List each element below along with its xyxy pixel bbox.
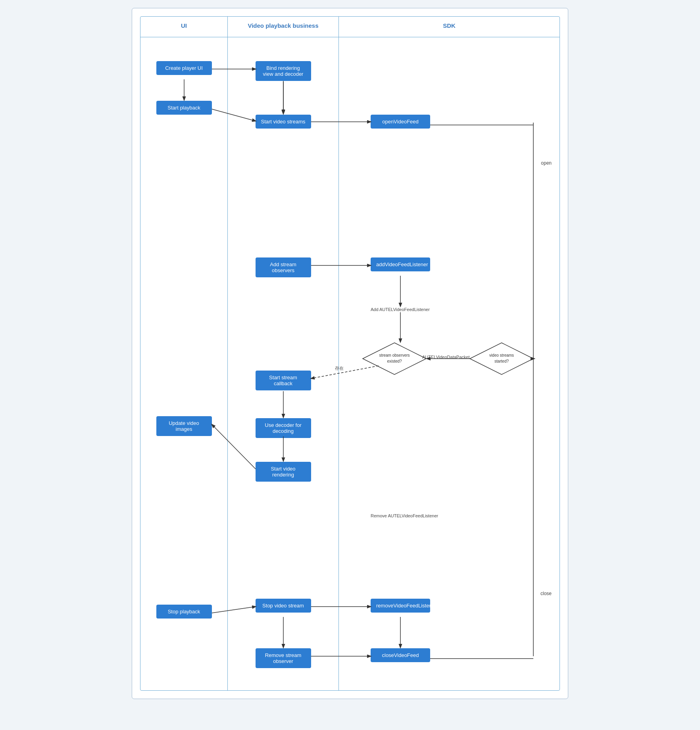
box-bind-rendering: Bind rendering view and decoder [256,61,311,81]
svg-text:stream observers: stream observers [379,353,410,357]
box-open-video-feed: openVideoFeed [371,115,430,129]
box-add-stream-observers: Add stream observers [256,257,311,277]
svg-text:started?: started? [494,359,509,363]
diamond-stream-observers: stream observers existed? [363,343,426,375]
label-remove-autel: Remove AUTELVideoFeedListener [371,513,438,518]
label-close: close [540,591,552,596]
label-open: open [541,160,552,166]
box-add-video-feed-listener: addVideoFeedListener [371,257,430,271]
col-sdk: openVideoFeed addVideoFeedListener Add A… [339,37,560,690]
svg-marker-8 [470,343,533,375]
col-ui: Create player UI Start playback Update v… [140,37,228,690]
label-add-autel: Add AUTELVideoFeedListener [371,307,430,312]
svg-text:video streams: video streams [489,353,514,357]
label-autel-packet: AUTELVideoDataPacket [422,355,469,359]
box-create-player-ui: Create player UI [156,61,212,75]
col-vpb: Bind rendering view and decoder Start vi… [228,37,339,690]
box-remove-stream-observer: Remove stream observer [256,648,311,668]
diagram-wrapper: UI Video playback business SDK Create pl… [132,8,568,699]
box-update-video-images: Update video images [156,416,212,436]
box-stop-video-stream: Stop video stream [256,599,311,613]
col-header-vpb: Video playback business [228,17,339,37]
box-close-video-feed: closeVideoFeed [371,648,430,662]
box-start-video-streams: Start video streams [256,115,311,129]
svg-text:existed?: existed? [387,359,402,363]
box-use-decoder: Use decoder for decoding [256,418,311,438]
svg-marker-5 [363,343,426,375]
col-header-ui: UI [140,17,228,37]
col-header-sdk: SDK [339,17,560,37]
box-start-video-rendering: Start video rendering [256,462,311,482]
box-start-stream-callback: Start stream callback [256,371,311,390]
box-stop-playback: Stop playback [156,605,212,619]
box-remove-video-feed-listener: removeVideoFeedListener [371,599,430,613]
box-start-playback: Start playback [156,101,212,115]
diamond-video-streams: video streams started? [470,343,533,375]
